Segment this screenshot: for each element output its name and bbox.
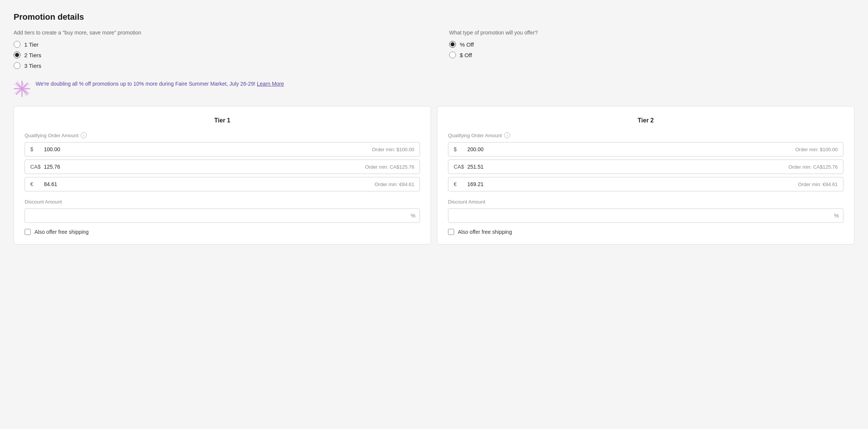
dollar-off-label: $ Off — [460, 52, 472, 58]
tier-1-eur-row: € 84.61 Order min: €84.61 — [25, 177, 420, 191]
tier-1-cad-value: 125.76 — [44, 164, 60, 170]
tier-2-cad-row: CA$ 251.51 Order min: CA$125.76 — [448, 160, 843, 174]
tier-1-cad-row: CA$ 125.76 Order min: CA$125.76 — [25, 160, 420, 174]
tier-1-free-shipping-label: Also offer free shipping — [34, 229, 89, 235]
tier-2-cad-symbol: CA$ — [454, 164, 464, 170]
dollar-off-option[interactable]: $ Off — [449, 52, 854, 58]
tiers-col: Add tiers to create a "buy more, save mo… — [14, 30, 434, 97]
tier-2-usd-row: $ 200.00 Order min: $100.00 — [448, 142, 843, 157]
tier-1-discount-label: Discount Amount — [25, 199, 420, 205]
tier-1-eur-order-min: Order min: €84.61 — [375, 182, 414, 187]
tier-1-cad-symbol: CA$ — [30, 164, 41, 170]
tier-3-radio[interactable] — [14, 62, 20, 69]
tier-3-option[interactable]: 3 Tiers — [14, 62, 419, 69]
dollar-off-radio[interactable] — [449, 52, 456, 58]
tier-2-cad-value: 251.51 — [467, 164, 484, 170]
tier-2-qualifying-label: Qualifying Order Amount i — [448, 132, 843, 138]
tier-1-discount-wrap: % — [25, 208, 420, 223]
tier-1-eur-value: 84.61 — [44, 181, 57, 187]
tier-2-radio[interactable] — [14, 52, 20, 58]
promotion-type-question: What type of promotion will you offer? — [449, 30, 854, 36]
tier-1-usd-row: $ 100.00 Order min: $100.00 — [25, 142, 420, 157]
tier-1-usd-order-min: Order min: $100.00 — [372, 147, 414, 152]
tier-1-option[interactable]: 1 Tier — [14, 41, 419, 48]
page-title: Promotion details — [14, 12, 854, 22]
percent-off-radio[interactable] — [449, 41, 456, 48]
tier-1-cad-order-min: Order min: CA$125.76 — [365, 164, 414, 170]
banner-text: We're doubling all % off promotions up t… — [36, 80, 284, 88]
tier-1-usd-value: 100.00 — [44, 146, 60, 152]
promotion-type-group: % Off $ Off — [449, 41, 854, 58]
tier-2-free-shipping-row: Also offer free shipping — [448, 229, 843, 235]
tier-2-discount-input[interactable] — [448, 208, 843, 223]
tier-2-discount-wrap: % — [448, 208, 843, 223]
tier-1-label: 1 Tier — [24, 41, 39, 48]
tier-2-eur-row: € 169.21 Order min: €84.61 — [448, 177, 843, 191]
tier-2-usd-symbol: $ — [454, 146, 464, 152]
tier-2-usd-order-min: Order min: $100.00 — [795, 147, 838, 152]
tier-1-card: Tier 1 Qualifying Order Amount i $ 100.0… — [14, 106, 431, 244]
tier-2-discount-section: Discount Amount % — [448, 199, 843, 223]
top-section: Add tiers to create a "buy more, save mo… — [14, 30, 854, 97]
tier-2-card: Tier 2 Qualifying Order Amount i $ 200.0… — [437, 106, 854, 244]
tier-2-eur-order-min: Order min: €84.61 — [798, 182, 838, 187]
tier-1-qualifying-label: Qualifying Order Amount i — [25, 132, 420, 138]
learn-more-link[interactable]: Learn More — [257, 81, 284, 87]
percent-off-option[interactable]: % Off — [449, 41, 854, 48]
tier-2-qualifying-info-icon[interactable]: i — [504, 132, 510, 138]
tier-2-cad-order-min: Order min: CA$125.76 — [788, 164, 838, 170]
star-icon — [14, 80, 30, 97]
tier-2-discount-label: Discount Amount — [448, 199, 843, 205]
promotion-type-col: What type of promotion will you offer? %… — [434, 30, 854, 97]
tier-2-option[interactable]: 2 Tiers — [14, 52, 419, 58]
tier-1-eur-symbol: € — [30, 181, 41, 187]
tier-1-qualifying-info-icon[interactable]: i — [81, 132, 87, 138]
tier-2-eur-value: 169.21 — [467, 181, 484, 187]
tier-2-usd-value: 200.00 — [467, 146, 484, 152]
tier-2-free-shipping-label: Also offer free shipping — [458, 229, 512, 235]
tier-1-usd-symbol: $ — [30, 146, 41, 152]
tier-2-free-shipping-checkbox[interactable] — [448, 229, 454, 235]
tiers-subtitle: Add tiers to create a "buy more, save mo… — [14, 30, 419, 36]
promo-banner: We're doubling all % off promotions up t… — [14, 80, 419, 97]
tier-2-label: 2 Tiers — [24, 52, 41, 58]
tier-1-discount-input[interactable] — [25, 208, 420, 223]
tier-1-discount-section: Discount Amount % — [25, 199, 420, 223]
percent-off-label: % Off — [460, 41, 474, 48]
tier-radio-group: 1 Tier 2 Tiers 3 Tiers — [14, 41, 419, 69]
tier-3-label: 3 Tiers — [24, 63, 41, 69]
tier-2-title: Tier 2 — [448, 117, 843, 124]
tier-2-eur-symbol: € — [454, 181, 464, 187]
tiers-cards-section: Tier 1 Qualifying Order Amount i $ 100.0… — [14, 106, 854, 244]
tier-1-radio[interactable] — [14, 41, 20, 48]
tier-1-free-shipping-row: Also offer free shipping — [25, 229, 420, 235]
tier-1-free-shipping-checkbox[interactable] — [25, 229, 31, 235]
tier-1-title: Tier 1 — [25, 117, 420, 124]
